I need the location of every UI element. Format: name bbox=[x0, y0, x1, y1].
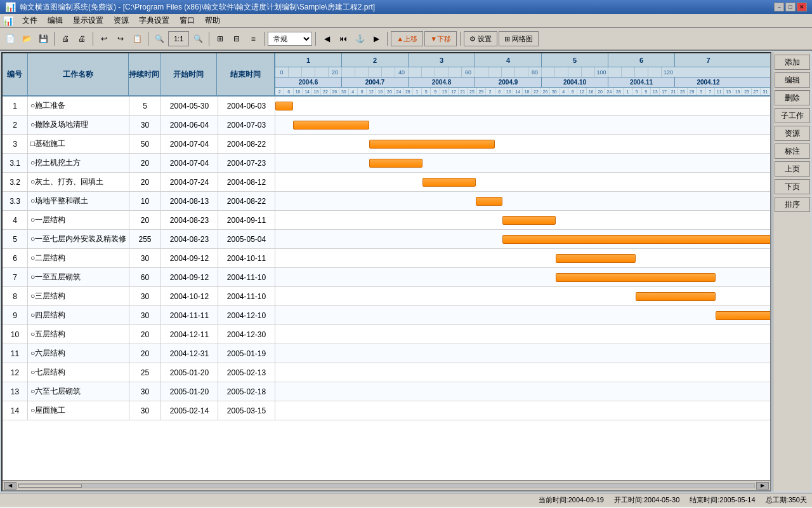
cell-start: 2004-12-31 bbox=[161, 344, 218, 363]
cell-dur: 20 bbox=[129, 325, 161, 344]
gantt-body[interactable]: 1 ○施工准备 5 2004-05-30 2004-06-03 2 ○撤除及场地… bbox=[3, 97, 770, 480]
add-button[interactable]: 添加 bbox=[775, 55, 810, 70]
chart-cell bbox=[275, 401, 770, 420]
table-row[interactable]: 3.2 ○灰土、打夯、回填土 20 2004-07-24 2004-08-12 bbox=[3, 173, 770, 192]
table-row[interactable]: 9 ○四层结构 30 2004-11-11 2004-12-10 bbox=[3, 306, 770, 325]
menu-dictionary[interactable]: 字典设置 bbox=[134, 14, 174, 27]
table-row[interactable]: 1 ○施工准备 5 2004-05-30 2004-06-03 bbox=[3, 97, 770, 116]
day-26c: 26 bbox=[541, 88, 550, 95]
table-row[interactable]: 3.3 ○场地平整和碾土 10 2004-08-13 2004-08-22 bbox=[3, 192, 770, 211]
cell-id: 5 bbox=[3, 230, 28, 248]
scroll-right-btn[interactable]: ▶ bbox=[756, 482, 769, 490]
new-button[interactable]: 📄 bbox=[3, 31, 18, 46]
view2-button[interactable]: ⊟ bbox=[229, 31, 244, 46]
maximize-button[interactable]: □ bbox=[785, 3, 796, 11]
minimize-button[interactable]: － bbox=[774, 3, 784, 11]
cell-start: 2004-10-12 bbox=[161, 287, 218, 305]
cell-id: 11 bbox=[3, 344, 28, 363]
undo-button[interactable]: ↩ bbox=[96, 31, 112, 46]
cell-id: 13 bbox=[3, 382, 28, 401]
network-button[interactable]: ⊞ 网络图 bbox=[499, 31, 539, 46]
table-row[interactable]: 4 ○一层结构 20 2004-08-23 2004-09-11 bbox=[3, 211, 770, 230]
table-row[interactable]: 12 ○七层结构 25 2005-01-20 2005-02-13 bbox=[3, 363, 770, 382]
up-move-button[interactable]: ▲上移 bbox=[391, 31, 423, 46]
edit-button[interactable]: 编辑 bbox=[775, 72, 810, 88]
next-page-button[interactable]: 下页 bbox=[775, 179, 810, 194]
anchor-btn[interactable]: ⚓ bbox=[352, 31, 367, 46]
save-button[interactable]: 💾 bbox=[36, 31, 51, 46]
scroll-thumb[interactable] bbox=[18, 484, 82, 488]
day-10: 10 bbox=[294, 88, 303, 95]
zoom-out-button[interactable]: 🔍 bbox=[152, 31, 167, 46]
sub-4 bbox=[342, 67, 355, 77]
day-18: 18 bbox=[312, 88, 321, 95]
zoom-label: 1:1 bbox=[168, 31, 189, 46]
cell-id: 3.1 bbox=[3, 154, 28, 172]
zoom-in-button[interactable]: 🔍 bbox=[190, 31, 206, 46]
table-row[interactable]: 3.1 ○挖土机挖土方 20 2004-07-04 2004-07-23 bbox=[3, 154, 770, 173]
sub-19 bbox=[582, 67, 595, 77]
settings-button[interactable]: ⚙ 设置 bbox=[464, 31, 497, 46]
child-work-button[interactable]: 子工作 bbox=[775, 108, 810, 123]
cell-start: 2004-07-04 bbox=[161, 135, 218, 153]
sep1 bbox=[54, 32, 55, 46]
cell-start: 2004-09-12 bbox=[161, 268, 218, 286]
view-dropdown[interactable]: 常规 紧密 宽松 bbox=[268, 32, 312, 46]
sub-40: 40 bbox=[395, 67, 409, 77]
scroll-track[interactable] bbox=[18, 483, 755, 488]
prev-btn[interactable]: ◀ bbox=[319, 31, 334, 46]
table-row[interactable]: 10 ○五层结构 20 2004-12-11 2004-12-30 bbox=[3, 325, 770, 344]
cell-end: 2004-11-10 bbox=[218, 268, 275, 286]
cell-start: 2004-05-30 bbox=[161, 97, 218, 115]
chart-cell bbox=[275, 173, 770, 191]
menu-display[interactable]: 显示设置 bbox=[68, 14, 108, 27]
h-scrollbar[interactable]: ◀ ▶ bbox=[3, 480, 770, 490]
chart-cell bbox=[275, 116, 770, 134]
open-button[interactable]: 📂 bbox=[19, 31, 34, 46]
chart-cell bbox=[275, 382, 770, 401]
table-row[interactable]: 11 ○六层结构 20 2004-12-31 2005-01-19 bbox=[3, 344, 770, 363]
cell-name: ○二层结构 bbox=[28, 249, 129, 267]
table-row[interactable]: 8 ○三层结构 30 2004-10-12 2004-11-10 bbox=[3, 287, 770, 306]
menu-resource[interactable]: 资源 bbox=[108, 14, 134, 27]
copy-button[interactable]: 📋 bbox=[129, 31, 145, 46]
down-move-button[interactable]: ▼下移 bbox=[424, 31, 457, 46]
print2-button[interactable]: 🖨 bbox=[74, 31, 89, 46]
gantt-bar bbox=[476, 197, 502, 206]
table-row[interactable]: 5 ○一至七层内外安装及精装修 255 2004-08-23 2005-05-0… bbox=[3, 230, 770, 249]
table-row[interactable]: 3 □基础施工 50 2004-07-04 2004-08-22 bbox=[3, 135, 770, 154]
cell-name: ○场地平整和碾土 bbox=[28, 192, 129, 210]
menu-file[interactable]: 文件 bbox=[17, 14, 43, 27]
cell-id: 9 bbox=[3, 306, 28, 324]
sep3 bbox=[148, 32, 148, 46]
cell-dur: 20 bbox=[129, 154, 161, 172]
gantt-bar bbox=[716, 311, 770, 320]
day-27d: 27 bbox=[752, 88, 761, 95]
cell-dur: 25 bbox=[129, 363, 161, 382]
table-row[interactable]: 14 ○屋面施工 30 2005-02-14 2005-03-15 bbox=[3, 401, 770, 420]
current-time: 当前时间:2004-09-19 bbox=[539, 495, 604, 505]
resource-button[interactable]: 资源 bbox=[775, 126, 810, 141]
redo-button[interactable]: ↪ bbox=[113, 31, 128, 46]
menu-edit[interactable]: 编辑 bbox=[43, 14, 68, 27]
print-button[interactable]: 🖨 bbox=[58, 31, 73, 46]
delete-button[interactable]: 删除 bbox=[775, 90, 810, 105]
sort-button[interactable]: 排序 bbox=[775, 197, 810, 212]
sub-8 bbox=[409, 67, 422, 77]
view1-button[interactable]: ⊞ bbox=[213, 31, 228, 46]
table-row[interactable]: 6 ○二层结构 30 2004-09-12 2004-10-11 bbox=[3, 249, 770, 268]
cell-start: 2005-02-14 bbox=[161, 401, 218, 420]
prev-page-button[interactable]: 上页 bbox=[775, 161, 810, 177]
view3-button[interactable]: ≡ bbox=[246, 31, 261, 46]
next-btn[interactable]: ▶ bbox=[369, 31, 384, 46]
close-button[interactable]: ✕ bbox=[797, 3, 807, 11]
table-row[interactable]: 2 ○撤除及场地清理 30 2004-06-04 2004-07-03 bbox=[3, 116, 770, 135]
menu-window[interactable]: 窗口 bbox=[174, 14, 200, 27]
table-row[interactable]: 7 ○一至五层砌筑 60 2004-09-12 2004-11-10 bbox=[3, 268, 770, 287]
mark-button[interactable]: 标注 bbox=[775, 144, 810, 159]
menu-help[interactable]: 帮助 bbox=[200, 14, 225, 27]
sub-17 bbox=[555, 67, 568, 77]
table-row[interactable]: 13 ○六至七层砌筑 30 2005-01-20 2005-02-18 bbox=[3, 382, 770, 401]
scroll-left-btn[interactable]: ◀ bbox=[4, 482, 16, 490]
start-btn[interactable]: ⏮ bbox=[336, 31, 351, 46]
